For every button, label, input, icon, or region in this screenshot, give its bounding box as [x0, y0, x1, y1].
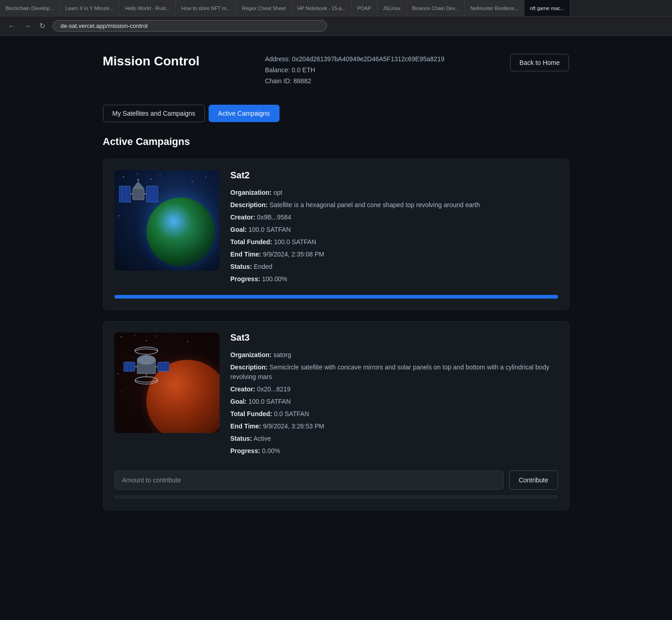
svg-point-35 [121, 392, 122, 393]
chain-line: Chain ID: 88882 [265, 76, 444, 87]
progress-row-sat3: Progress: 0.00% [231, 446, 558, 456]
svg-point-36 [132, 401, 133, 401]
address-line: Address: 0x204d261397bA40949e2D46A5F1312… [265, 54, 444, 65]
svg-point-33 [173, 334, 174, 335]
header-info: Address: 0x204d261397bA40949e2D46A5F1312… [265, 54, 444, 86]
balance-line: Balance: 0.0 ETH [265, 65, 444, 76]
campaign-card-inner-sat2: Sat2 Organization: opt Description: Sate… [114, 170, 558, 284]
svg-point-25 [121, 337, 122, 337]
svg-point-34 [187, 341, 188, 342]
tab-active-campaigns[interactable]: Active Campaigns [209, 105, 280, 122]
tab-blockchain[interactable]: Blockchain Develop... [0, 0, 60, 16]
funded-row-sat3: Total Funded: 0.0 SATFAN [231, 409, 558, 419]
desc-row-sat2: Description: Satellite is a hexagonal pa… [231, 200, 558, 210]
tab-rust[interactable]: Hello World - Rust... [119, 0, 176, 16]
campaign-card-sat2: Sat2 Organization: opt Description: Sate… [103, 159, 570, 310]
end-time-row-sat3: End Time: 9/9/2024, 3:26:53 PM [231, 422, 558, 431]
tab-hp[interactable]: HP Notebook - 15-a... [292, 0, 352, 16]
tab-regex[interactable]: Regex Cheat Sheet [237, 0, 292, 16]
chain-value: 88882 [293, 77, 311, 85]
svg-point-24 [149, 193, 220, 271]
balance-value: 0.0 ETH [292, 66, 315, 74]
browser-chrome: ← → ↻ [0, 16, 672, 36]
creator-row-sat2: Creator: 0x9B...9584 [231, 213, 558, 222]
creator-row-sat3: Creator: 0x20...8219 [231, 385, 558, 394]
org-row-sat2: Organization: opt [231, 188, 558, 198]
header: Mission Control Address: 0x204d261397bA4… [103, 54, 570, 86]
campaign-card-sat3: Sat3 Organization: satorg Description: S… [103, 321, 570, 510]
status-row-sat3: Status: Active [231, 434, 558, 444]
svg-point-26 [134, 335, 135, 336]
nav-buttons: ← → ↻ [5, 21, 48, 31]
campaign-name-sat3: Sat3 [231, 332, 558, 343]
tab-bar: My Satellites and Campaigns Active Campa… [103, 105, 570, 122]
progress-row-sat2: Progress: 100.00% [231, 274, 558, 284]
section-title: Active Campaigns [103, 136, 570, 148]
tab-my-satellites[interactable]: My Satellites and Campaigns [103, 105, 205, 122]
svg-rect-45 [158, 362, 169, 371]
app-container: Mission Control Address: 0x204d261397bA4… [85, 36, 588, 540]
forward-button[interactable]: → [21, 21, 34, 31]
tab-learnx[interactable]: Learn X in Y Minute... [60, 0, 119, 16]
end-time-row-sat2: End Time: 9/9/2024, 2:35:08 PM [231, 250, 558, 259]
chain-label: Chain ID: [265, 77, 291, 85]
reload-button[interactable]: ↻ [37, 21, 48, 31]
campaign-card-inner-sat3: Sat3 Organization: satorg Description: S… [114, 332, 558, 456]
address-label: Address: [265, 55, 290, 63]
tab-nftgame[interactable]: nft game mac... [524, 0, 570, 16]
tab-jslinux[interactable]: JSLinux [377, 0, 407, 16]
svg-point-27 [146, 340, 147, 341]
contribute-area-sat3: Contribute [114, 470, 558, 490]
status-row-sat2: Status: Ended [231, 262, 558, 272]
browser-tabs: Blockchain Develop... Learn X in Y Minut… [0, 0, 672, 16]
campaign-details-sat2: Sat2 Organization: opt Description: Sate… [231, 170, 558, 284]
address-value: 0x204d261397bA40949e2D46A5F1312c69E95a82… [292, 55, 444, 63]
funded-row-sat2: Total Funded: 100.0 SATFAN [231, 237, 558, 247]
back-button[interactable]: ← [5, 21, 18, 31]
tab-poap[interactable]: POAP [352, 0, 377, 16]
contribute-input-sat3[interactable] [114, 470, 504, 490]
progress-bar-container-sat2 [114, 295, 558, 299]
campaign-image-sat3 [114, 332, 220, 433]
desc-row-sat3: Description: Semicircle satellite with c… [231, 363, 558, 382]
org-row-sat3: Organization: satorg [231, 350, 558, 360]
svg-point-32 [155, 336, 156, 337]
progress-bar-container-sat3 [114, 495, 558, 499]
back-home-button[interactable]: Back to Home [510, 54, 570, 71]
svg-point-30 [118, 373, 118, 374]
svg-point-40 [135, 347, 158, 354]
tab-binance[interactable]: Binance Chain Dev... [407, 0, 465, 16]
progress-bar-sat2 [114, 295, 558, 299]
goal-row-sat2: Goal: 100.0 SATFAN [231, 225, 558, 235]
page-title: Mission Control [103, 54, 200, 69]
address-bar[interactable] [53, 20, 327, 32]
campaign-name-sat2: Sat2 [231, 170, 558, 181]
tab-nft[interactable]: How to store NFT m... [176, 0, 236, 16]
svg-point-41 [135, 377, 158, 384]
campaign-details-sat3: Sat3 Organization: satorg Description: S… [231, 332, 558, 456]
balance-label: Balance: [265, 66, 290, 74]
contribute-button-sat3[interactable]: Contribute [509, 470, 558, 490]
tab-nethunter[interactable]: NetHunter Rootless... [465, 0, 524, 16]
svg-rect-42 [124, 362, 135, 371]
goal-row-sat3: Goal: 100.0 SATFAN [231, 397, 558, 406]
campaign-image-sat2 [114, 170, 220, 271]
